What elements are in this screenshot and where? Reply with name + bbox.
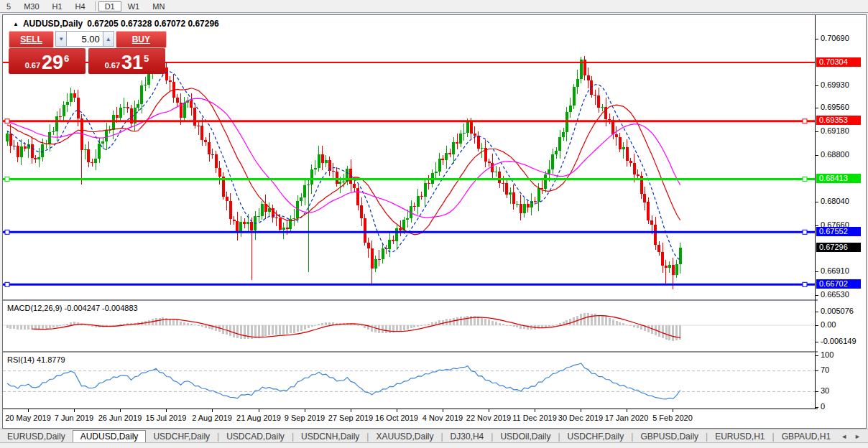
tab-dj30-h4[interactable]: DJ30,H4	[443, 431, 491, 442]
chart-window: ▲ AUDUSD,Daily 0.67205 0.67328 0.67072 0…	[2, 14, 867, 429]
date-tick-mark	[74, 409, 75, 412]
tab-gbpaud-h1[interactable]: GBPAUD,H1	[775, 431, 838, 442]
price-tick-mark	[816, 155, 818, 156]
ohlc-values: 0.67205 0.67328 0.67072 0.67296	[87, 19, 219, 29]
time-axis[interactable]: 20 May 20197 Jun 201926 Jun 201915 Jul 2…	[3, 409, 818, 426]
macd-label: MACD(12,26,9) -0.004247 -0.004883	[7, 304, 138, 312]
tab-scroll-controls: ◄►	[841, 433, 868, 440]
sell-button[interactable]: SELL	[9, 31, 54, 48]
tab-eurusd-h1[interactable]: EURUSD,H1	[708, 431, 772, 442]
price-tick-mark	[816, 271, 818, 272]
date-label: 5 Feb 2020	[645, 414, 700, 422]
rsi-tick-mark	[816, 370, 818, 371]
date-tick-mark	[259, 409, 259, 412]
date-tick-mark	[120, 409, 121, 412]
price-axis[interactable]: 0.706900.699300.695600.691800.688000.680…	[816, 15, 864, 426]
date-tick-mark	[305, 409, 305, 412]
tab-usdchf-daily[interactable]: USDCHF,Daily	[146, 431, 217, 442]
macd-tick-label: -0.006149	[821, 337, 857, 345]
sell-price-display[interactable]: 0.67 29 6	[9, 48, 86, 74]
rsi-tick-label: 0	[821, 402, 825, 411]
tab-audusd-daily[interactable]: AUDUSD,Daily	[73, 430, 147, 443]
timeframe-button-m30[interactable]: M30	[17, 1, 45, 11]
date-tick-mark	[212, 409, 213, 412]
toolbar-separator	[95, 1, 96, 11]
tab-scroll-left-icon[interactable]: ◄	[841, 433, 847, 440]
tab-usdcad-daily[interactable]: USDCAD,Daily	[219, 431, 292, 442]
price-tick-mark	[816, 131, 818, 132]
timeframe-button-mn[interactable]: MN	[146, 1, 171, 11]
tab-eurusd-daily[interactable]: EURUSD,Daily	[0, 431, 73, 442]
tab-gbpusd-daily[interactable]: GBPUSD,Daily	[633, 431, 706, 442]
macd-tick-mark	[816, 325, 818, 326]
date-tick-mark	[443, 409, 443, 412]
timeframe-button-d1[interactable]: D1	[98, 1, 121, 11]
rsi-tick-label: 100	[821, 350, 834, 359]
timeframe-button-h4[interactable]: H4	[69, 1, 92, 11]
chart-tabs-bar: EURUSD,DailyAUDUSD,DailyUSDCHF,Daily|USD…	[0, 429, 868, 443]
price-tick-label: 0.66910	[821, 266, 849, 275]
rsi-tick-label: 70	[821, 365, 829, 374]
sell-price-point: 6	[64, 53, 69, 64]
price-tick-mark	[816, 108, 818, 108]
rsi-pane[interactable]: RSI(14) 41.8779	[3, 353, 815, 409]
volume-decrease-icon[interactable]: ▼	[55, 31, 67, 47]
date-tick-mark	[28, 409, 29, 412]
tab-scroll-right-icon[interactable]: ►	[854, 433, 861, 440]
date-tick-mark	[166, 409, 167, 412]
price-tick-label: 0.69180	[821, 126, 849, 135]
hline-price-badge: 0.66702	[816, 279, 861, 289]
tab-xauusd-daily[interactable]: XAUUSD,Daily	[369, 431, 440, 442]
symbol-name: AUDUSD,Daily	[23, 19, 83, 29]
macd-tick-label: 0.00	[821, 320, 836, 329]
status-strip	[0, 442, 868, 448]
buy-price-point: 5	[144, 53, 149, 64]
tab-usdcnh-daily[interactable]: USDCNH,Daily	[294, 431, 366, 442]
hline-price-badge: 0.69353	[816, 116, 861, 125]
price-tick-label: 0.70690	[821, 34, 849, 42]
date-tick-mark	[351, 409, 351, 412]
price-tick-mark	[816, 225, 818, 226]
buy-price-display[interactable]: 0.67 31 5	[88, 48, 165, 74]
volume-input[interactable]: 5.00	[67, 31, 103, 47]
rsi-plot	[3, 353, 815, 409]
rsi-tick-label: 30	[821, 386, 829, 395]
one-click-trading-panel: SELL ▼ 5.00 ▲ BUY 0.67 29 6 0.67 31 5	[9, 31, 167, 75]
date-tick-mark	[627, 409, 627, 412]
chart-title: ▲ AUDUSD,Daily 0.67205 0.67328 0.67072 0…	[13, 19, 219, 29]
date-tick-mark	[535, 409, 535, 412]
rsi-tick-mark	[816, 355, 818, 356]
volume-increase-icon[interactable]: ▲	[103, 31, 114, 47]
timeframe-button-w1[interactable]: W1	[121, 1, 147, 11]
hline-price-badge: 0.68413	[816, 174, 861, 183]
hline-price-badge: 0.67552	[816, 227, 861, 236]
sell-price-pips: 29	[42, 53, 63, 73]
price-tick-mark	[816, 85, 818, 86]
tab-usdoil-daily[interactable]: USDOil,Daily	[493, 431, 558, 442]
price-tick-label: 0.66530	[821, 290, 849, 299]
timeframe-button-5[interactable]: 5	[0, 1, 17, 11]
price-tick-label: 0.69560	[821, 103, 849, 111]
price-tick-mark	[816, 39, 818, 39]
price-tick-mark	[816, 202, 818, 202]
panel-collapse-icon[interactable]: ▲	[13, 21, 19, 27]
macd-pane[interactable]: MACD(12,26,9) -0.004247 -0.004883	[3, 301, 815, 351]
price-tick-label: 0.68800	[821, 150, 849, 159]
buy-price-pips: 31	[121, 53, 143, 73]
timeframe-toolbar: 5M30H1H4D1W1MN	[0, 0, 868, 13]
price-tick-mark	[816, 295, 818, 296]
price-tick-label: 0.68040	[821, 197, 849, 205]
macd-tick-mark	[816, 312, 818, 312]
buy-button[interactable]: BUY	[116, 31, 167, 48]
sell-price-prefix: 0.67	[25, 61, 40, 70]
rsi-label: RSI(14) 41.8779	[7, 355, 65, 364]
timeframe-button-h1[interactable]: H1	[46, 1, 69, 11]
rsi-tick-mark	[816, 391, 818, 392]
hline-price-badge: 0.70304	[816, 57, 861, 67]
price-tick-label: 0.69930	[821, 80, 849, 89]
buy-price-prefix: 0.67	[105, 61, 120, 70]
tab-usdchf-daily[interactable]: USDCHF,Daily	[560, 431, 632, 442]
macd-tick-label: 0.005076	[821, 307, 854, 315]
date-tick-mark	[673, 409, 673, 412]
macd-tick-mark	[816, 342, 818, 342]
